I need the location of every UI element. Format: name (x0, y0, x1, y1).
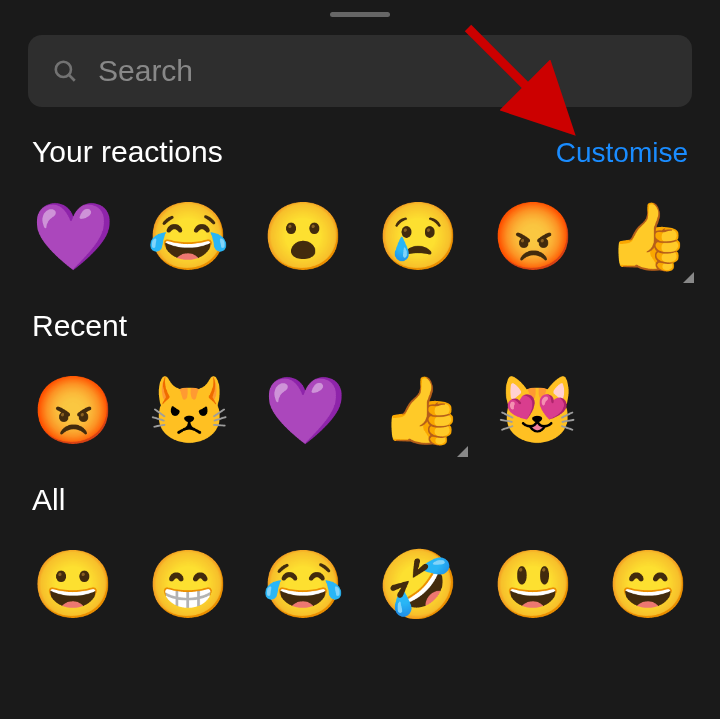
emoji-thumbs-up[interactable]: 👍 (376, 365, 466, 455)
emoji-rolling-on-floor-laughing[interactable]: 🤣 (373, 539, 462, 629)
all-header: All (0, 483, 720, 517)
your-reactions-header: Your reactions Customise (0, 135, 720, 169)
emoji-purple-heart[interactable]: 💜 (260, 365, 350, 455)
customise-link[interactable]: Customise (556, 137, 688, 169)
search-input[interactable] (98, 54, 668, 88)
emoji-grinning-smiling-eyes[interactable]: 😄 (603, 539, 692, 629)
emoji-purple-heart[interactable]: 💜 (28, 191, 117, 281)
emoji-face-with-open-mouth[interactable]: 😮 (258, 191, 347, 281)
search-icon (52, 58, 78, 84)
drag-handle[interactable] (330, 12, 390, 17)
svg-line-1 (69, 75, 75, 81)
recent-row: 😡😾💜👍😻 (0, 365, 720, 455)
emoji-beaming-face[interactable]: 😁 (143, 539, 232, 629)
recent-title: Recent (32, 309, 127, 343)
all-row: 😀😁😂🤣😃😄 (0, 539, 720, 629)
emoji-crying-face[interactable]: 😢 (373, 191, 462, 281)
svg-point-0 (56, 62, 71, 77)
emoji-face-with-tears-of-joy[interactable]: 😂 (143, 191, 232, 281)
emoji-smiling-cat-heart-eyes[interactable]: 😻 (492, 365, 582, 455)
emoji-grinning-face[interactable]: 😀 (28, 539, 117, 629)
emoji-grinning-big-eyes[interactable]: 😃 (488, 539, 577, 629)
your-reactions-title: Your reactions (32, 135, 223, 169)
search-bar[interactable] (28, 35, 692, 107)
recent-header: Recent (0, 309, 720, 343)
emoji-pouting-face[interactable]: 😡 (488, 191, 577, 281)
emoji-pouting-face[interactable]: 😡 (28, 365, 118, 455)
all-title: All (32, 483, 65, 517)
emoji-thumbs-up[interactable]: 👍 (603, 191, 692, 281)
emoji-pouting-cat[interactable]: 😾 (144, 365, 234, 455)
your-reactions-row: 💜😂😮😢😡👍 (0, 191, 720, 281)
emoji-face-with-tears-of-joy[interactable]: 😂 (258, 539, 347, 629)
